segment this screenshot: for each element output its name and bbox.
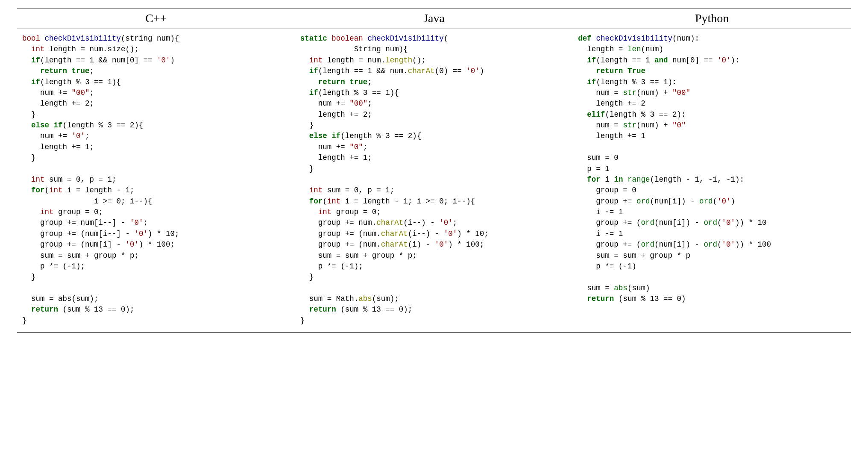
cpp-code: bool checkDivisibility(string num){ int … bbox=[22, 33, 290, 326]
header-cpp: C++ bbox=[17, 9, 295, 29]
rule-bottom bbox=[17, 332, 851, 333]
java-code: static boolean checkDivisibility( String… bbox=[300, 33, 568, 326]
header-java: Java bbox=[295, 9, 573, 29]
cpp-column: bool checkDivisibility(string num){ int … bbox=[17, 33, 295, 326]
code-comparison-table: C++ Java Python bool checkDivisibility(s… bbox=[17, 9, 851, 333]
code-body-row: bool checkDivisibility(string num){ int … bbox=[17, 29, 851, 332]
python-code: def checkDivisibility(num): length = len… bbox=[578, 33, 846, 304]
header-python: Python bbox=[573, 9, 851, 29]
python-column: def checkDivisibility(num): length = len… bbox=[573, 33, 851, 326]
java-column: static boolean checkDivisibility( String… bbox=[295, 33, 573, 326]
header-row: C++ Java Python bbox=[17, 9, 851, 29]
